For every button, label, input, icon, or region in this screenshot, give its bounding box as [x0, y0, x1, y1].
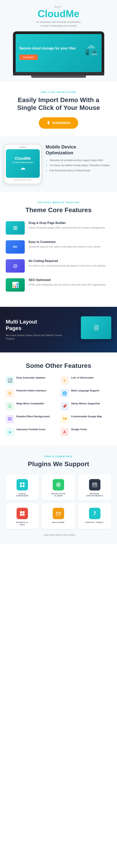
plugin-icon-eg	[17, 508, 28, 519]
feat-label-9: Awesome Fontello Icons	[17, 428, 45, 431]
feat-icon-7: 🖼	[6, 415, 14, 423]
feature-title-1: Drag & Drop Page Builder	[29, 221, 105, 225]
phone-brand: CloudMe	[12, 156, 33, 161]
feature-text-4: SEO Optimized HTML code integrated into …	[29, 278, 106, 287]
mobile-content: Mobile Device Optimization ✓ Absolutely …	[46, 144, 113, 174]
core-features-section: FOR EASY WEBSITE CREATION Theme Core Fea…	[0, 192, 117, 307]
plugin-name-rev: REVOLUTIONSLIDER	[44, 493, 73, 497]
phone-frame: CloudMe A smart cloud solution ☁ BROWSER…	[4, 144, 42, 184]
check-icon-1: ✓	[46, 159, 48, 162]
other-features-section: Some Other Features 🔄 Easy Automatic Upd…	[0, 352, 117, 446]
svg-rect-13	[20, 511, 22, 513]
phone-speaker	[19, 147, 27, 148]
phone-screen: CloudMe A smart cloud solution ☁	[6, 149, 40, 178]
feat-icon-4: 🌐	[60, 389, 69, 398]
plugin-item-eg: ESSENTIALGRID	[6, 503, 39, 529]
plugin-item-booked: BOOKEDAPPOINTMENTS	[78, 474, 111, 500]
svg-rect-15	[20, 514, 22, 516]
plugin-item-vc: VISUALCOMPOSER	[6, 474, 39, 500]
laptop-stand	[31, 75, 86, 78]
feature-thumb-seo: 📊	[6, 278, 25, 291]
mobile-feature-text-1: Absolutely all scrollable sections suppo…	[50, 159, 103, 162]
feat-item-10: A Google Fonts	[60, 428, 112, 436]
plugin-item-cf7: 7 CONTACT FORM 7	[78, 503, 111, 529]
install-button[interactable]: ⬇ Installation	[39, 117, 78, 129]
svg-rect-7	[93, 483, 97, 487]
plugin-icon-rev	[53, 479, 64, 491]
plugin-name-booked: BOOKEDAPPOINTMENTS	[81, 493, 109, 497]
check-icon-2: ✓	[46, 164, 48, 167]
install-section: ONE CLICK INSTALLATION Easily Import Dem…	[0, 82, 117, 136]
feat-label-6: Sticky Menus Supported	[71, 402, 100, 405]
mobile-feature-3: ✓ Fully Responsive layout & Retina Ready	[46, 169, 113, 172]
feature-item-3: ⊘ No Coding Required No need to be a pro…	[6, 259, 111, 273]
feat-item-9: ★ Awesome Fontello Icons	[6, 428, 57, 436]
feat-label-2: Lots of Shortcodes	[71, 376, 94, 379]
mobile-feature-1: ✓ Absolutely all scrollable sections sup…	[46, 159, 113, 162]
feature-desc-1: Visual Composer plugin offers amazing to…	[29, 226, 105, 230]
core-features-tag: FOR EASY WEBSITE CREATION	[6, 201, 111, 204]
screen-cta-btn: Get Started	[20, 55, 38, 60]
svg-rect-2	[20, 485, 22, 487]
laptop-screen: Secure cloud storage for your files Get …	[16, 34, 101, 72]
feature-thumb-nocoding: ⊘	[6, 259, 25, 273]
phone-mockup: CloudMe A smart cloud solution ☁ BROWSER…	[4, 144, 42, 184]
cf7-numeral: 7	[93, 510, 96, 516]
feature-thumb-dragdrop: ⊞	[6, 221, 25, 235]
svg-rect-11	[94, 485, 94, 486]
install-icon: ⬇	[47, 120, 50, 126]
feature-item-1: ⊞ Drag & Drop Page Builder Visual Compos…	[6, 221, 111, 235]
multi-layout-text: Multi Layout Pages We create Several Uni…	[6, 319, 69, 340]
svg-rect-14	[23, 511, 25, 513]
phone-tagline: A smart cloud solution	[12, 161, 33, 163]
core-features-heading: Theme Core Features	[6, 206, 111, 214]
feat-icon-6: 📌	[60, 402, 69, 410]
plugin-item-rev: REVOLUTIONSLIDER	[42, 474, 75, 500]
feat-label-7: Parallax Effect Backgrounds	[17, 415, 50, 418]
other-features-heading: Some Other Features	[6, 362, 111, 369]
features-grid: 🔄 Easy Automatic Updates {} Lots of Shor…	[6, 376, 111, 436]
feat-item-4: 🌐 Multi Language Support	[60, 389, 112, 398]
feat-label-10: Google Fonts	[71, 428, 87, 431]
seo-icon: 📊	[12, 282, 19, 288]
feat-icon-2: {}	[60, 376, 69, 384]
feature-title-4: SEO Optimized	[29, 278, 106, 282]
phone-label: BROWSER VIEW	[6, 179, 40, 181]
feature-title-3: No Coding Required	[29, 259, 106, 263]
svg-rect-3	[23, 485, 25, 487]
feature-text-3: No Coding Required No need to be a profe…	[29, 259, 106, 268]
hero-tagline: An Awesome User-Friendly Combinationof V…	[4, 20, 113, 28]
plugins-section: FREE & COMPATIBLE Plugins We Support VIS…	[0, 446, 117, 544]
feat-label-8: Customizable Google Map	[71, 415, 102, 418]
meet-label: MEET	[4, 6, 113, 8]
mobile-feature-text-2: The theme use Mobile Friendly sliders: R…	[50, 164, 110, 167]
laptop-mockup: Secure cloud storage for your files Get …	[13, 31, 104, 78]
feat-label-4: Multi Language Support	[71, 389, 99, 392]
feature-thumb-customize: ✏	[6, 240, 25, 254]
feat-item-8: 🗺 Customizable Google Map	[60, 415, 112, 423]
nocoding-icon: ⊘	[13, 262, 18, 269]
feat-label-5: Mega Menu Compatible	[17, 402, 44, 405]
plugin-icon-cf7: 7	[89, 508, 100, 519]
plugin-item-mc: MAILCHIMP	[42, 503, 75, 529]
plugin-icon-booked	[89, 479, 100, 491]
feat-item-3: ⚙ Powerful Admin Interface	[6, 389, 57, 398]
svg-rect-16	[23, 514, 25, 516]
check-icon-3: ✓	[46, 169, 48, 172]
install-section-tag: ONE CLICK INSTALLATION	[6, 91, 111, 93]
svg-rect-1	[23, 483, 25, 485]
feature-item-4: 📊 SEO Optimized HTML code integrated int…	[6, 278, 111, 291]
install-btn-label: Installation	[53, 121, 70, 125]
hero-section: MEET CloudMe An Awesome User-Friendly Co…	[0, 0, 117, 82]
mobile-heading: Mobile Device Optimization	[46, 144, 113, 156]
screen-icons: ☁ 📱💻	[84, 40, 98, 56]
feature-item-2: ✏ Easy to Customize Awesome easy-to-use …	[6, 240, 111, 254]
feature-desc-3: No need to be a professional web develop…	[29, 264, 106, 268]
plugin-name-cf7: CONTACT FORM 7	[81, 522, 109, 524]
feat-item-7: 🖼 Parallax Effect Backgrounds	[6, 415, 57, 423]
plugin-name-mc: MAILCHIMP	[44, 522, 73, 524]
feat-icon-5: ☰	[6, 402, 14, 410]
plugin-name-vc: VISUALCOMPOSER	[8, 493, 36, 497]
preview-card: 🖥	[81, 316, 111, 339]
laptop-base	[13, 72, 104, 75]
